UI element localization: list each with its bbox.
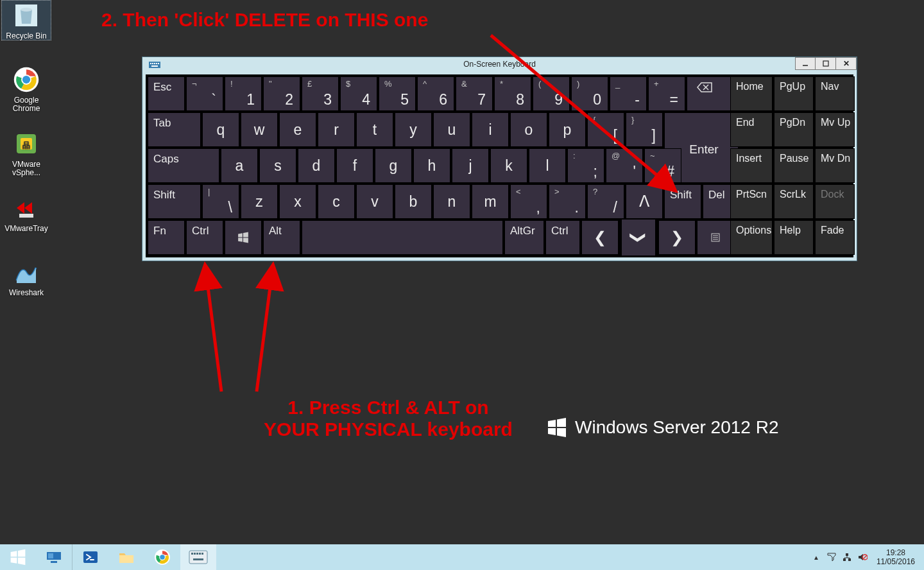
key-f[interactable]: f xyxy=(336,148,373,183)
svg-rect-50 xyxy=(191,553,193,555)
start-button[interactable] xyxy=(0,544,36,570)
key-u[interactable]: u xyxy=(433,112,470,147)
svg-point-1 xyxy=(21,8,32,12)
arrow-to-ctrl-icon xyxy=(193,263,231,395)
key-g[interactable]: g xyxy=(375,148,412,183)
key-v[interactable]: v xyxy=(356,184,393,219)
chrome-taskbar-button[interactable] xyxy=(144,544,180,570)
explorer-button[interactable] xyxy=(108,544,144,570)
svg-text:品: 品 xyxy=(22,141,30,150)
key-options[interactable]: Options xyxy=(730,220,773,255)
key-pgup[interactable]: PgUp xyxy=(774,76,814,111)
backspace-icon xyxy=(692,81,713,94)
svg-marker-33 xyxy=(548,420,556,427)
svg-line-31 xyxy=(205,267,221,392)
key-fade[interactable]: Fade xyxy=(815,220,855,255)
svg-marker-35 xyxy=(548,428,556,435)
key-tab[interactable]: Tab xyxy=(148,112,201,147)
key-4[interactable]: $4 xyxy=(340,76,377,111)
key-shift[interactable]: Shift xyxy=(148,184,201,219)
action-center-icon[interactable] xyxy=(826,551,837,563)
desktop-icon-chrome[interactable]: Google Chrome xyxy=(1,64,51,113)
key-end[interactable]: End xyxy=(730,112,773,147)
svg-marker-22 xyxy=(238,233,243,237)
key-ctrl[interactable]: Ctrl xyxy=(545,220,580,255)
key-esc[interactable]: Esc xyxy=(148,76,185,111)
key-e[interactable]: e xyxy=(279,112,316,147)
key-w[interactable]: w xyxy=(241,112,278,147)
annotation-step2: 2. Then 'Click' DELETE on THIS one xyxy=(101,9,428,31)
key-y[interactable]: y xyxy=(395,112,432,147)
svg-marker-38 xyxy=(18,549,25,557)
key-2[interactable]: "2 xyxy=(263,76,300,111)
desktop-icon-vsphere[interactable]: 品VMware vSphe... xyxy=(1,128,51,177)
desktop-icon-label: VMware vSphe... xyxy=(1,160,51,177)
key-alt[interactable]: Alt xyxy=(263,220,300,255)
key-space[interactable] xyxy=(302,220,503,255)
key-6[interactable]: ^6 xyxy=(417,76,454,111)
svg-rect-55 xyxy=(193,558,203,560)
desktop-icon-label: Recycle Bin xyxy=(1,32,51,40)
key-down-arrow[interactable]: ❯ xyxy=(621,219,656,256)
svg-line-30 xyxy=(491,35,674,189)
svg-marker-9 xyxy=(24,202,32,214)
tray-up-icon[interactable]: ▲ xyxy=(810,551,822,563)
key-3[interactable]: £3 xyxy=(302,76,339,111)
key-z[interactable]: z xyxy=(241,184,278,219)
key-win[interactable] xyxy=(225,220,262,255)
key-dock[interactable]: Dock xyxy=(815,184,855,219)
taskbar-clock[interactable]: 19:28 11/05/2016 xyxy=(870,548,921,566)
key-d[interactable]: d xyxy=(298,148,335,183)
key-n[interactable]: n xyxy=(433,184,470,219)
network-icon[interactable] xyxy=(841,551,853,563)
key-pause[interactable]: Pause xyxy=(774,148,814,183)
key-r[interactable]: r xyxy=(318,112,355,147)
key-x[interactable]: x xyxy=(279,184,316,219)
key-prtscn[interactable]: PrtScn xyxy=(730,184,773,219)
desktop-icon-wireshark[interactable]: Wireshark xyxy=(1,257,51,297)
key-a[interactable]: a xyxy=(221,148,258,183)
key-menu[interactable] xyxy=(697,220,734,255)
desktop-icon-vmtray[interactable]: VMwareTray xyxy=(1,193,51,233)
close-button[interactable]: ✕ xyxy=(836,57,857,70)
svg-line-32 xyxy=(257,267,273,392)
key-home[interactable]: Home xyxy=(730,76,773,111)
key-t[interactable]: t xyxy=(356,112,393,147)
svg-marker-23 xyxy=(243,232,248,238)
key-pgdn[interactable]: PgDn xyxy=(774,112,814,147)
key-caps[interactable]: Caps xyxy=(148,148,219,183)
powershell-button[interactable] xyxy=(73,544,108,570)
key-c[interactable]: c xyxy=(318,184,355,219)
key-\[interactable]: |\ xyxy=(202,184,239,219)
key-scrlk[interactable]: ScrLk xyxy=(774,184,814,219)
volume-muted-icon[interactable] xyxy=(857,551,868,563)
maximize-button[interactable] xyxy=(816,57,836,70)
minimize-button[interactable] xyxy=(795,57,816,70)
key-j[interactable]: j xyxy=(452,148,489,183)
key-help[interactable]: Help xyxy=(774,220,814,255)
key-mv-up[interactable]: Mv Up xyxy=(815,112,855,147)
key-fn[interactable]: Fn xyxy=(148,220,185,255)
svg-marker-40 xyxy=(18,558,25,565)
osk-taskbar-button[interactable] xyxy=(180,544,216,570)
key-1[interactable]: !1 xyxy=(225,76,262,111)
key-altgr[interactable]: AltGr xyxy=(504,220,544,255)
key-nav[interactable]: Nav xyxy=(815,76,855,111)
server-manager-button[interactable] xyxy=(36,544,72,570)
key-h[interactable]: h xyxy=(413,148,450,183)
key-5[interactable]: %5 xyxy=(379,76,416,111)
svg-rect-43 xyxy=(51,561,57,563)
key-mv-dn[interactable]: Mv Dn xyxy=(815,148,855,183)
key-right-arrow[interactable]: ❯ xyxy=(658,220,696,255)
taskbar: ▲ 19:28 11/05/2016 xyxy=(0,544,924,570)
key-ctrl[interactable]: Ctrl xyxy=(186,220,223,255)
recycle-icon xyxy=(11,0,42,31)
svg-rect-52 xyxy=(196,553,198,555)
desktop-icon-recycle[interactable]: Recycle Bin xyxy=(1,0,51,40)
key-left-arrow[interactable]: ❮ xyxy=(581,220,619,255)
key-q[interactable]: q xyxy=(202,112,239,147)
key-insert[interactable]: Insert xyxy=(730,148,773,183)
key-s[interactable]: s xyxy=(259,148,296,183)
key-`[interactable]: ¬` xyxy=(186,76,223,111)
key-b[interactable]: b xyxy=(395,184,432,219)
